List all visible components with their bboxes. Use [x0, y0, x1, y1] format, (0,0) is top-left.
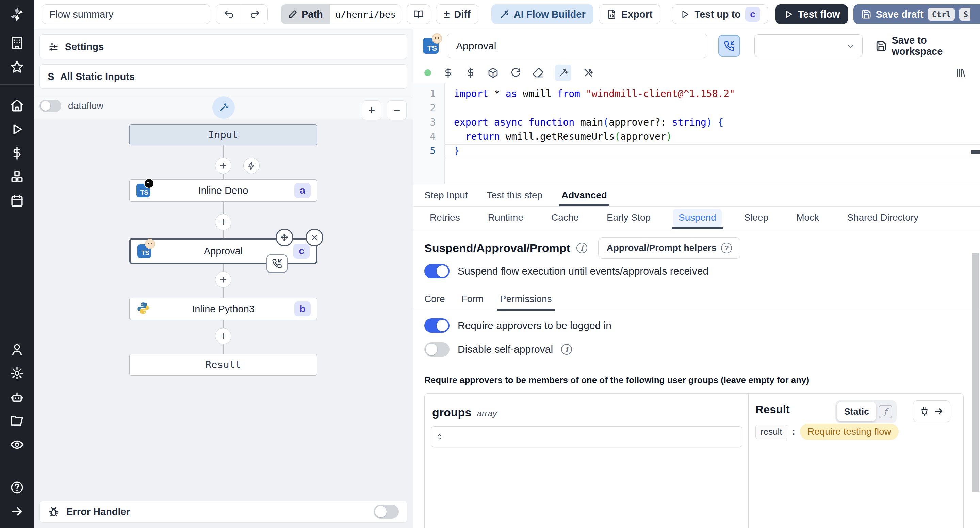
- users-icon[interactable]: [0, 337, 34, 361]
- deploy-button-partial[interactable]: [970, 5, 980, 24]
- panel-divider: [748, 394, 749, 528]
- resource-picker-icon[interactable]: [465, 67, 476, 78]
- suspend-phone-button[interactable]: [718, 35, 740, 57]
- folders-icon[interactable]: [0, 409, 34, 433]
- tab-step-input[interactable]: Step Input: [424, 184, 468, 206]
- subtab-cache[interactable]: Cache: [546, 207, 584, 229]
- groups-field-name: groups: [432, 406, 471, 419]
- home-icon[interactable]: [0, 94, 34, 118]
- itab-form[interactable]: Form: [461, 289, 484, 309]
- resources-icon[interactable]: [0, 165, 34, 189]
- add-step-button-2[interactable]: [215, 214, 231, 230]
- info-icon[interactable]: i: [561, 344, 572, 355]
- left-rail: [0, 0, 34, 528]
- script-version-select[interactable]: [754, 34, 862, 57]
- approval-prompt-helpers-button[interactable]: Approval/Prompt helpers ?: [598, 237, 741, 259]
- subtab-early-stop[interactable]: Early Stop: [601, 207, 656, 229]
- schedules-icon[interactable]: [0, 189, 34, 213]
- flow-node-input[interactable]: Input: [129, 124, 317, 145]
- test-flow-button[interactable]: Test flow: [775, 5, 848, 24]
- flow-node-result[interactable]: Result: [129, 354, 317, 375]
- subtab-retries[interactable]: Retries: [424, 207, 466, 229]
- suspend-inner-tabs: Core Form Permissions: [424, 289, 980, 309]
- variables-icon[interactable]: [0, 141, 34, 165]
- format-eraser-icon[interactable]: [533, 67, 543, 78]
- path-button[interactable]: Path u/henri/bes: [281, 5, 401, 24]
- tab-test-this-step[interactable]: Test this step: [487, 184, 542, 206]
- diff-button[interactable]: ±Diff: [436, 5, 479, 24]
- result-key-chip[interactable]: result: [756, 425, 788, 439]
- windmill-logo-icon[interactable]: [8, 5, 27, 24]
- expand-arrow-icon[interactable]: [0, 499, 34, 523]
- suspend-phone-badge[interactable]: [266, 254, 288, 273]
- settings-gear-icon[interactable]: [0, 361, 34, 385]
- zoom-in-button[interactable]: +: [362, 100, 382, 120]
- flow-summary-input[interactable]: [41, 5, 210, 24]
- code-lines[interactable]: import * as wmill from "windmill-client@…: [445, 83, 980, 184]
- ai-assistant-active[interactable]: [555, 65, 571, 81]
- all-static-inputs-bar[interactable]: $ All Static Inputs: [40, 64, 407, 89]
- wand-off-icon[interactable]: [583, 67, 594, 78]
- save-draft-button[interactable]: Save draft Ctrl S: [853, 5, 980, 24]
- suspend-toggle[interactable]: [424, 264, 450, 278]
- require-login-toggle[interactable]: [424, 318, 450, 333]
- code-line[interactable]: }: [445, 144, 980, 158]
- library-icon[interactable]: [955, 67, 966, 78]
- save-to-workspace-button[interactable]: Save to workspace: [875, 35, 980, 57]
- flow-node-python[interactable]: Inline Python3 b: [129, 298, 317, 320]
- audit-eye-icon[interactable]: [0, 433, 34, 456]
- add-trigger-zap-button[interactable]: [243, 157, 259, 174]
- reload-icon[interactable]: [510, 67, 521, 78]
- suspend-settings: Suspend/Approval/Prompt i Approval/Promp…: [414, 229, 980, 528]
- subtab-shared-directory[interactable]: Shared Directory: [842, 207, 924, 229]
- subtab-runtime[interactable]: Runtime: [482, 207, 529, 229]
- add-step-button-3[interactable]: [215, 272, 231, 288]
- code-editor[interactable]: 12345 import * as wmill from "windmill-c…: [414, 83, 980, 184]
- python-icon: [137, 301, 150, 316]
- zoom-out-button[interactable]: −: [387, 100, 407, 120]
- export-button[interactable]: Export: [599, 5, 660, 24]
- topbar: Path u/henri/bes ±Diff AI Flow Builder E…: [34, 0, 980, 29]
- ai-flow-builder-button[interactable]: AI Flow Builder: [492, 5, 593, 24]
- undo-button[interactable]: [216, 5, 242, 24]
- error-handler-toggle[interactable]: [374, 504, 399, 519]
- delete-step-button[interactable]: [305, 229, 323, 246]
- subtab-suspend[interactable]: Suspend: [673, 207, 722, 229]
- subtab-mock[interactable]: Mock: [791, 207, 824, 229]
- itab-core[interactable]: Core: [424, 289, 445, 309]
- error-handler-bar: Error Handler: [40, 501, 407, 523]
- add-step-button-4[interactable]: [215, 328, 231, 344]
- flow-settings-bar[interactable]: Settings: [40, 34, 407, 59]
- disable-self-approval-toggle[interactable]: [424, 342, 450, 356]
- package-icon[interactable]: [488, 67, 498, 78]
- add-step-button-1[interactable]: [215, 157, 231, 174]
- flow-node-deno[interactable]: TS Inline Deno a: [129, 179, 317, 202]
- dataflow-toggle[interactable]: [40, 100, 61, 112]
- bug-icon: [48, 506, 60, 517]
- tab-advanced[interactable]: Advanced: [562, 184, 607, 206]
- itab-permissions[interactable]: Permissions: [500, 289, 552, 309]
- code-line[interactable]: export async function main(approver?: st…: [445, 115, 980, 130]
- move-step-button[interactable]: [275, 229, 293, 246]
- variable-picker-icon[interactable]: [443, 67, 453, 78]
- workspace-icon[interactable]: [0, 31, 34, 55]
- step-title-input[interactable]: [447, 34, 708, 58]
- redo-button[interactable]: [242, 5, 267, 24]
- code-line[interactable]: import * as wmill from "windmill-client@…: [445, 87, 980, 101]
- panel-scrollbar[interactable]: [972, 253, 979, 491]
- book-icon: [414, 9, 424, 19]
- test-up-to-button[interactable]: Test up to c: [672, 5, 768, 24]
- groups-array-input[interactable]: [431, 426, 743, 447]
- code-gutter: 12345: [414, 83, 445, 184]
- help-icon[interactable]: [0, 476, 34, 499]
- runs-icon[interactable]: [0, 118, 34, 141]
- code-line[interactable]: return wmill.getResumeUrls(approver): [445, 130, 980, 144]
- ai-wand-button[interactable]: [212, 96, 235, 119]
- info-icon[interactable]: i: [576, 243, 587, 253]
- dataflow-row: dataflow: [40, 100, 103, 112]
- subtab-sleep[interactable]: Sleep: [739, 207, 774, 229]
- docs-book-button[interactable]: [407, 5, 430, 24]
- code-line[interactable]: [445, 101, 980, 115]
- favorites-star-icon[interactable]: [0, 55, 34, 79]
- workers-robot-icon[interactable]: [0, 385, 34, 409]
